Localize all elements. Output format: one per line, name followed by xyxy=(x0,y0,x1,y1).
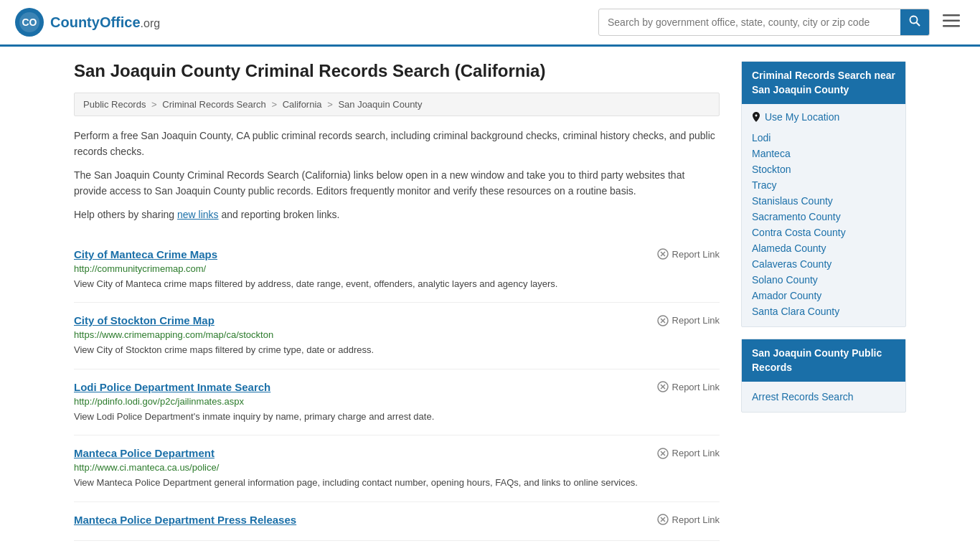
record-header: Manteca Police Department Report Link xyxy=(74,447,720,459)
report-icon xyxy=(657,315,669,326)
search-icon xyxy=(909,15,920,27)
desc-2: The San Joaquin County Criminal Records … xyxy=(74,167,720,199)
record-header: City of Stockton Crime Map Report Link xyxy=(74,314,720,326)
report-link-label: Report Link xyxy=(672,315,720,326)
record-url: http://communitycrimemap.com/ xyxy=(74,263,720,274)
new-links-link[interactable]: new links xyxy=(177,209,219,220)
record-url: https://www.crimemapping.com/map/ca/stoc… xyxy=(74,329,720,340)
sidebar-link-contra-costa[interactable]: Contra Costa County xyxy=(752,225,895,240)
breadcrumb: Public Records > Criminal Records Search… xyxy=(74,93,720,116)
report-link-label: Report Link xyxy=(672,382,720,392)
sidebar-nearby-section: Criminal Records Search near San Joaquin… xyxy=(741,61,906,327)
record-item: Manteca Police Department Report Link ht… xyxy=(74,435,720,502)
record-item: City of Stockton Crime Map Report Link h… xyxy=(74,303,720,369)
breadcrumb-public-records[interactable]: Public Records xyxy=(83,99,146,110)
sidebar-public-records-section: San Joaquin County Public Records Arrest… xyxy=(741,339,906,413)
sidebar-public-records-body: Arrest Records Search xyxy=(742,382,905,412)
svg-text:CO: CO xyxy=(22,17,37,28)
sidebar-link-stanislaus[interactable]: Stanislaus County xyxy=(752,193,895,209)
record-url: http://pdinfo.lodi.gov/p2c/jailinmates.a… xyxy=(74,396,720,407)
svg-point-3 xyxy=(910,17,918,24)
record-header: Manteca Police Department Press Releases… xyxy=(74,514,720,526)
description: Perform a free San Joaquin County, CA pu… xyxy=(74,128,720,222)
sidebar-nearby-body: Use My Location Lodi Manteca Stockton Tr… xyxy=(742,104,905,326)
record-title[interactable]: City of Stockton Crime Map xyxy=(74,314,215,326)
svg-rect-7 xyxy=(943,25,960,27)
page-title: San Joaquin County Criminal Records Sear… xyxy=(74,61,720,81)
report-link[interactable]: Report Link xyxy=(657,381,720,392)
breadcrumb-sep-1: > xyxy=(151,99,159,110)
content-area: San Joaquin County Criminal Records Sear… xyxy=(74,61,720,541)
report-link[interactable]: Report Link xyxy=(657,315,720,326)
report-icon xyxy=(657,448,669,459)
report-link-label: Report Link xyxy=(672,514,720,525)
breadcrumb-san-joaquin[interactable]: San Joaquin County xyxy=(338,99,422,110)
record-header: Lodi Police Department Inmate Search Rep… xyxy=(74,381,720,393)
location-pin-icon xyxy=(752,112,760,122)
sidebar-link-lodi[interactable]: Lodi xyxy=(752,130,895,146)
record-item: Manteca Police Department Press Releases… xyxy=(74,502,720,541)
record-desc: View Lodi Police Department's inmate inq… xyxy=(74,410,720,424)
record-title[interactable]: Manteca Police Department xyxy=(74,447,215,459)
report-link-label: Report Link xyxy=(672,249,720,260)
report-icon xyxy=(657,381,669,392)
logo-text: CountyOffice.org xyxy=(50,14,160,31)
logo-area: CO CountyOffice.org xyxy=(14,7,160,37)
menu-button[interactable] xyxy=(937,10,966,34)
desc-1: Perform a free San Joaquin County, CA pu… xyxy=(74,128,720,160)
sidebar-link-sacramento[interactable]: Sacramento County xyxy=(752,209,895,225)
record-header: City of Manteca Crime Maps Report Link xyxy=(74,248,720,260)
sidebar-link-manteca[interactable]: Manteca xyxy=(752,146,895,161)
record-title[interactable]: Manteca Police Department Press Releases xyxy=(74,514,296,526)
sidebar-link-stockton[interactable]: Stockton xyxy=(752,161,895,177)
breadcrumb-sep-2: > xyxy=(271,99,279,110)
record-title[interactable]: Lodi Police Department Inmate Search xyxy=(74,381,270,393)
sidebar-link-calaveras[interactable]: Calaveras County xyxy=(752,256,895,272)
search-input[interactable] xyxy=(599,11,900,34)
search-button[interactable] xyxy=(900,9,929,35)
record-item: City of Manteca Crime Maps Report Link h… xyxy=(74,237,720,303)
records-list: City of Manteca Crime Maps Report Link h… xyxy=(74,237,720,541)
sidebar: Criminal Records Search near San Joaquin… xyxy=(741,61,906,541)
breadcrumb-sep-3: > xyxy=(327,99,335,110)
report-link[interactable]: Report Link xyxy=(657,248,720,260)
use-my-location-link[interactable]: Use My Location xyxy=(752,111,895,123)
record-title[interactable]: City of Manteca Crime Maps xyxy=(74,248,217,260)
report-link-label: Report Link xyxy=(672,448,720,458)
svg-line-4 xyxy=(917,23,920,27)
sidebar-public-records-title: San Joaquin County Public Records xyxy=(742,339,905,382)
report-icon xyxy=(657,248,669,260)
record-desc: View Manteca Police Department general i… xyxy=(74,476,720,490)
sidebar-link-solano[interactable]: Solano County xyxy=(752,272,895,288)
sidebar-link-santa-clara[interactable]: Santa Clara County xyxy=(752,303,895,319)
hamburger-icon xyxy=(943,14,960,27)
record-desc: View City of Stockton crime maps filtere… xyxy=(74,343,720,357)
header-right xyxy=(598,9,966,36)
desc-3: Help others by sharing new links and rep… xyxy=(74,207,720,222)
search-bar xyxy=(598,9,930,36)
report-icon xyxy=(657,514,669,525)
breadcrumb-criminal-records[interactable]: Criminal Records Search xyxy=(162,99,266,110)
use-my-location-label: Use My Location xyxy=(765,111,839,123)
breadcrumb-california[interactable]: California xyxy=(283,99,322,110)
svg-rect-5 xyxy=(943,14,960,17)
report-link[interactable]: Report Link xyxy=(657,448,720,459)
report-link[interactable]: Report Link xyxy=(657,514,720,525)
svg-rect-6 xyxy=(943,20,960,22)
sidebar-nearby-title: Criminal Records Search near San Joaquin… xyxy=(742,62,905,104)
logo-icon: CO xyxy=(14,7,44,37)
sidebar-link-alameda[interactable]: Alameda County xyxy=(752,240,895,256)
record-desc: View City of Manteca crime maps filtered… xyxy=(74,277,720,291)
record-item: Lodi Police Department Inmate Search Rep… xyxy=(74,369,720,436)
sidebar-link-amador[interactable]: Amador County xyxy=(752,288,895,303)
sidebar-link-arrest-records[interactable]: Arrest Records Search xyxy=(752,389,895,405)
main-container: San Joaquin County Criminal Records Sear… xyxy=(60,47,920,551)
sidebar-link-tracy[interactable]: Tracy xyxy=(752,177,895,193)
record-url: http://www.ci.manteca.ca.us/police/ xyxy=(74,462,720,473)
header: CO CountyOffice.org xyxy=(0,0,980,47)
